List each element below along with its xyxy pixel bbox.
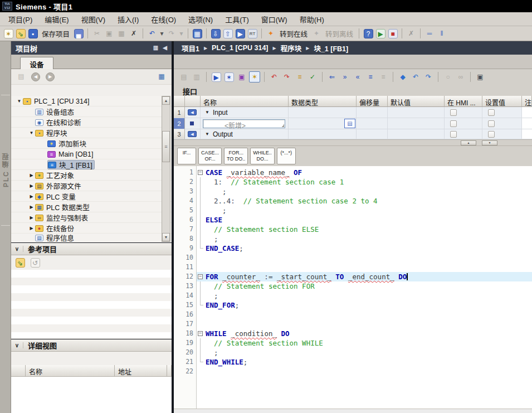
code-line-10[interactable]: 10	[174, 253, 532, 263]
tree-item-program-info[interactable]: ▤程序信息	[11, 234, 160, 242]
set-bookmark-icon[interactable]: ◆	[397, 71, 408, 82]
print-icon[interactable]: ▄	[73, 28, 84, 39]
new-variable-name-input[interactable]: <新增>	[203, 119, 285, 128]
chevron-down-icon[interactable]: ∨	[11, 342, 23, 348]
prev-error-icon[interactable]: ↶	[269, 71, 280, 82]
save-project-button[interactable]: 保存项目	[40, 27, 72, 40]
interface-table-scrollbar[interactable]: ▲ ▼	[174, 139, 532, 146]
tree-item-online-backups[interactable]: ▶●在线备份	[11, 223, 160, 234]
code-line-18[interactable]: 18–WHILE _condition_ DO	[174, 329, 532, 338]
interface-row-1[interactable]: 1◀▼Input	[174, 107, 532, 118]
next-bookmark-icon[interactable]: ↷	[423, 71, 434, 82]
interface-row-3[interactable]: 3◀▼Output	[174, 129, 532, 139]
start-runtime-icon[interactable]: ▶	[375, 28, 386, 39]
scl-code-editor[interactable]: 1–CASE _variable_name_ OF2 1: // Stateme…	[174, 166, 532, 409]
format-block-icon[interactable]: ≡	[365, 71, 376, 82]
open-block-editor-icon[interactable]: ▦	[156, 71, 167, 82]
outdent-icon[interactable]: «	[352, 71, 363, 82]
new-project-icon[interactable]: ✶	[3, 28, 14, 39]
data-type-picker-button[interactable]: ▤	[344, 119, 355, 128]
snippet-comment[interactable]: (*...*)	[277, 148, 296, 164]
menu-item[interactable]: 工具(T)	[219, 13, 255, 26]
code-line-4[interactable]: 4 2..4: // Statement section case 2 to 4	[174, 196, 532, 206]
undo-icon[interactable]: ↶	[147, 28, 158, 39]
tree-item-main-ob1[interactable]: ≡Main [OB1]	[11, 149, 160, 159]
code-line-2[interactable]: 2 1: // Statement section case 1	[174, 177, 532, 187]
indent-icon[interactable]: »	[339, 71, 350, 82]
go-online-button[interactable]: 转到在线	[277, 27, 310, 40]
tree-item-add-new-block[interactable]: ✶添加新块	[11, 138, 160, 149]
tree-expander-icon[interactable]: ▶	[28, 194, 35, 199]
tree-item-plc-tags[interactable]: ▶◆PLC 变量	[11, 191, 160, 202]
download-to-device-icon[interactable]: ⇩	[210, 28, 221, 39]
tree-item-technology-objects[interactable]: ▶✶工艺对象	[11, 170, 160, 181]
table-scroll-up-button[interactable]: ▲	[461, 140, 476, 145]
breadcrumb-item[interactable]: 程序块	[281, 43, 302, 54]
interface-row-2[interactable]: 2<新增>▤	[174, 118, 532, 129]
code-line-19[interactable]: 19 // Statement section WHILE	[174, 338, 532, 348]
tree-scroll-thumb[interactable]: ≡	[162, 131, 170, 162]
stop-cpu-rt-icon[interactable]: RT	[247, 28, 258, 39]
menu-item[interactable]: 编辑(E)	[38, 13, 75, 26]
fold-collapse-icon[interactable]: –	[198, 274, 203, 279]
auto-collapse-icon[interactable]: ▥	[153, 45, 158, 51]
snippet-if[interactable]: IF...	[177, 148, 196, 164]
menu-item[interactable]: 插入(I)	[111, 13, 145, 26]
back-icon[interactable]: ◀	[30, 71, 41, 82]
code-line-11[interactable]: 11	[174, 263, 532, 272]
open-project-icon[interactable]: ⇘	[15, 28, 26, 39]
update-block-call-icon[interactable]: ▣	[236, 71, 247, 82]
code-line-9[interactable]: 9END_CASE;	[174, 244, 532, 253]
undo-dropdown[interactable]: ▾	[159, 28, 165, 39]
tree-item-device-config[interactable]: ▥设备组态	[11, 106, 160, 117]
tree-expander-icon[interactable]: ▶	[28, 173, 35, 178]
consistency-check-icon[interactable]: ✓	[307, 71, 318, 82]
menu-item[interactable]: 视图(V)	[75, 13, 111, 26]
breadcrumb-item[interactable]: PLC_1 [CPU 314]	[212, 44, 268, 52]
code-line-7[interactable]: 7 // Statement section ELSE	[174, 225, 532, 234]
tree-scroll-down-button[interactable]: ▼	[162, 233, 170, 241]
split-vertical-icon[interactable]: ‖	[436, 28, 447, 39]
code-line-21[interactable]: 21END_WHILE;	[174, 357, 532, 367]
section-expander-icon[interactable]: ▼	[205, 110, 209, 115]
section-expander-icon[interactable]: ▼	[205, 132, 209, 137]
snippet-case[interactable]: CASE...OF...	[198, 148, 222, 164]
snippet-while[interactable]: WHILE..DO...	[250, 148, 275, 164]
update-interface-icon[interactable]: ✶	[223, 71, 235, 82]
code-line-3[interactable]: 3 ;	[174, 187, 532, 196]
menu-item[interactable]: 在线(O)	[145, 13, 182, 26]
tree-expander-icon[interactable]: ▶	[28, 215, 35, 220]
reference-projects-header[interactable]: ∨ 参考项目	[11, 242, 172, 255]
code-line-20[interactable]: 20 ;	[174, 348, 532, 357]
forward-icon[interactable]: ▶	[45, 71, 56, 82]
open-reference-project-icon[interactable]: ⇘	[14, 257, 26, 268]
tree-item-program-blocks[interactable]: ▼▪程序块	[11, 128, 160, 138]
editor-horizontal-scrollbar[interactable]	[174, 409, 532, 413]
tree-expander-icon[interactable]: ▶	[28, 183, 35, 188]
tree-expander-icon[interactable]: ▶	[28, 226, 35, 231]
start-simulation-icon[interactable]: ▦	[192, 28, 203, 39]
stop-runtime-icon[interactable]: ■	[387, 28, 398, 39]
breadcrumb-item[interactable]: 项目1	[182, 43, 199, 54]
rail-label-plc-programming[interactable]: PLC 编程	[1, 125, 10, 214]
next-error-icon[interactable]: ↷	[281, 71, 292, 82]
tree-expander-icon[interactable]: ▼	[28, 130, 35, 135]
breadcrumb-item[interactable]: 块_1 [FB1]	[314, 43, 348, 54]
save-project-icon[interactable]: ▪	[27, 28, 38, 39]
code-line-5[interactable]: 5 ;	[174, 206, 532, 215]
editor-settings-icon[interactable]: ▣	[475, 71, 486, 82]
menu-item[interactable]: 窗口(W)	[255, 13, 294, 26]
code-line-14[interactable]: 14 ;	[174, 291, 532, 300]
code-line-1[interactable]: 1–CASE _variable_name_ OF	[174, 168, 532, 177]
menu-item[interactable]: 帮助(H)	[294, 13, 330, 26]
goto-prev-icon[interactable]: ⇐	[326, 71, 338, 82]
code-line-15[interactable]: 15END_FOR;	[174, 300, 532, 310]
tree-item-external-sources[interactable]: ▶▤外部源文件	[11, 181, 160, 191]
tree-item-plc-1[interactable]: ▼▪PLC_1 [CPU 314]	[11, 96, 160, 106]
code-line-16[interactable]: 16	[174, 310, 532, 319]
details-view-header[interactable]: ∨ 详细视图	[11, 339, 172, 352]
tree-scrollbar[interactable]: ▲ ≡ ▼	[162, 96, 170, 242]
start-cpu-icon[interactable]: ▶	[235, 28, 246, 39]
code-line-22[interactable]: 22	[174, 367, 532, 376]
tree-item-block-1-fb1[interactable]: ≡块_1 [FB1]	[11, 159, 160, 170]
